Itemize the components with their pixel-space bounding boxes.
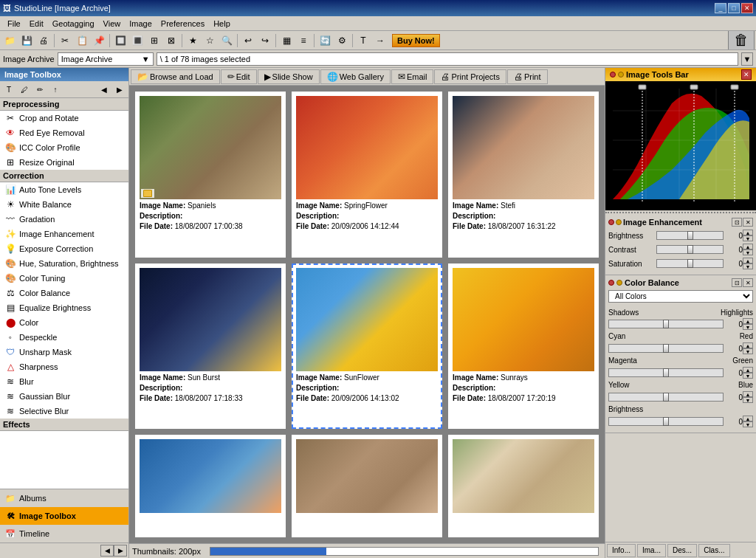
brightness-down-btn[interactable]: ▼ [743, 235, 753, 241]
toolbar-refresh[interactable]: 🔄 [317, 32, 333, 49]
toolbar-undo[interactable]: ↩ [240, 32, 256, 49]
des-tab[interactable]: Des... [667, 544, 697, 557]
toolbar-arrow[interactable]: → [372, 32, 388, 49]
panel-tool-1[interactable]: T [1, 83, 16, 96]
cb-detach-btn[interactable]: ⊡ [732, 278, 742, 287]
tool-image-enhancement[interactable]: ✨ Image Enhancement [0, 227, 128, 241]
thumb-sunflower[interactable]: Image Name: SunFlower Description: File … [292, 264, 442, 430]
toolbar-btn-4[interactable]: 🔲 [112, 32, 128, 49]
toolbar-btn-1[interactable]: 📁 [1, 32, 18, 49]
tool-color-balance[interactable]: ⚖ Color Balance [0, 286, 128, 300]
yellow-blue-up-btn[interactable]: ▲ [743, 391, 753, 397]
tab-print-projects[interactable]: 🖨 Print Projects [434, 69, 506, 84]
thumb-sunburst[interactable]: Image Name: Sun Burst Description: File … [135, 264, 286, 430]
tool-color-tuning[interactable]: 🎨 Color Tuning [0, 271, 128, 286]
tool-gradation[interactable]: 〰 Gradation [0, 212, 128, 227]
cyan-red-thumb[interactable] [663, 344, 669, 353]
panel-collapse-btn[interactable]: ▶ [112, 83, 127, 96]
tool-auto-tone[interactable]: 📊 Auto Tone Levels [0, 182, 128, 197]
tool-gaussian-blur[interactable]: ≋ Gaussian Blur [0, 389, 128, 404]
toolbar-btn-9[interactable]: ☆ [202, 32, 218, 49]
ie-close-btn[interactable]: ✕ [743, 218, 753, 227]
thumb-spaniels[interactable]: Image Name: Spaniels Description: File D… [135, 92, 286, 258]
cb-close-btn[interactable]: ✕ [743, 278, 753, 287]
tab-browse-load[interactable]: 📂 Browse and Load [131, 69, 220, 84]
saturation-down-btn[interactable]: ▼ [743, 264, 753, 269]
thumb-cat[interactable] [292, 435, 442, 537]
toolbar-btn-7[interactable]: ⊠ [163, 32, 179, 49]
toolbar-btn-6[interactable]: ⊞ [146, 32, 162, 49]
tab-timeline[interactable]: 📅 Timeline [0, 525, 128, 542]
menu-image[interactable]: Image [125, 18, 157, 30]
path-dropdown-button[interactable]: ▼ [741, 52, 753, 66]
toolbar-btn-5[interactable]: 🔳 [129, 32, 145, 49]
yellow-blue-thumb[interactable] [663, 393, 669, 402]
magenta-green-up-btn[interactable]: ▲ [743, 367, 753, 373]
archive-dropdown[interactable]: Image Archive ▼ [58, 52, 154, 66]
tab-web-gallery[interactable]: 🌐 Web Gallery [320, 69, 391, 84]
minimize-button[interactable]: _ [715, 3, 726, 13]
contrast-slider[interactable] [656, 245, 724, 254]
thumb-swimmer[interactable] [135, 435, 286, 537]
menu-file[interactable]: File [3, 18, 25, 30]
panel-tool-4[interactable]: ↑ [48, 83, 63, 96]
toolbar-btn-8[interactable]: ★ [185, 32, 201, 49]
shadows-up-btn[interactable]: ▲ [743, 318, 753, 324]
brightness-up-btn[interactable]: ▲ [743, 230, 753, 235]
tab-image-toolbox[interactable]: 🛠 Image Toolbox [0, 507, 128, 525]
contrast-up-btn[interactable]: ▲ [743, 244, 753, 249]
menu-help[interactable]: Help [209, 18, 235, 30]
brightness-thumb[interactable] [687, 231, 693, 240]
tool-equalize-brightness[interactable]: ▤ Equalize Brightness [0, 300, 128, 315]
cb-brightness-thumb[interactable] [663, 417, 669, 426]
shadows-slider[interactable] [608, 320, 724, 328]
yellow-blue-down-btn[interactable]: ▼ [743, 397, 753, 403]
tool-unsharp-mask[interactable]: 🛡 Unsharp Mask [0, 345, 128, 359]
panel-tool-2[interactable]: 🖊 [17, 83, 32, 96]
tool-despeckle[interactable]: ◦ Despeckle [0, 330, 128, 345]
nav-left-btn[interactable]: ◀ [100, 545, 114, 557]
thumb-sunrays[interactable]: Image Name: Sunrays Description: File Da… [448, 264, 599, 430]
cb-brightness-slider[interactable] [608, 417, 724, 426]
toolbar-btn-10[interactable]: 🔍 [219, 32, 235, 49]
menu-preferences[interactable]: Preferences [157, 18, 209, 30]
toolbar-btn-2[interactable]: 💾 [18, 32, 35, 49]
saturation-up-btn[interactable]: ▲ [743, 258, 753, 264]
saturation-slider[interactable] [656, 259, 724, 268]
path-input[interactable]: \ 1 of 78 images selected [157, 52, 738, 66]
tool-color[interactable]: ⬤ Color [0, 315, 128, 330]
close-button[interactable]: ✕ [741, 3, 753, 13]
menu-geotagging[interactable]: Geotagging [48, 18, 99, 30]
toolbar-grid[interactable]: ▦ [278, 32, 295, 49]
shadows-thumb[interactable] [663, 320, 669, 328]
toolbar-redo[interactable]: ↪ [257, 32, 273, 49]
tool-resize[interactable]: ⊞ Resize Original [0, 155, 128, 170]
toolbar-btn-cut[interactable]: ✂ [57, 32, 73, 49]
tool-selective-blur[interactable]: ≋ Selective Blur [0, 404, 128, 418]
cyan-red-up-btn[interactable]: ▲ [743, 342, 753, 348]
tool-blur[interactable]: ≋ Blur [0, 374, 128, 389]
magenta-green-thumb[interactable] [663, 368, 669, 377]
tool-sharpness[interactable]: △ Sharpness [0, 359, 128, 374]
buy-now-button[interactable]: Buy Now! [392, 34, 440, 47]
panel-tool-3[interactable]: ✏ [32, 83, 47, 96]
right-panel-close-btn[interactable]: ✕ [741, 69, 752, 80]
menu-view[interactable]: View [99, 18, 126, 30]
tool-hue-sat[interactable]: 🎨 Hue, Saturation, Brightness [0, 256, 128, 271]
maximize-button[interactable]: □ [728, 3, 740, 13]
ie-detach-btn[interactable]: ⊡ [732, 218, 742, 227]
tab-email[interactable]: ✉ Email [391, 69, 434, 84]
magenta-green-down-btn[interactable]: ▼ [743, 373, 753, 379]
tab-edit[interactable]: ✏ Edit [221, 69, 257, 84]
cb-brightness-up-btn[interactable]: ▲ [743, 416, 753, 421]
tab-print[interactable]: 🖨 Print [507, 69, 548, 84]
yellow-blue-slider[interactable] [608, 393, 724, 402]
magenta-green-slider[interactable] [608, 368, 724, 377]
toolbar-btn-3[interactable]: 🖨 [35, 32, 52, 49]
tool-white-balance[interactable]: ☀ White Balance [0, 197, 128, 212]
toolbar-btn-copy[interactable]: 📋 [74, 32, 90, 49]
clas-tab[interactable]: Clas... [698, 544, 729, 557]
toolbar-text[interactable]: T [355, 32, 371, 49]
info-tab[interactable]: Info... [607, 544, 636, 557]
cyan-red-slider[interactable] [608, 344, 724, 353]
